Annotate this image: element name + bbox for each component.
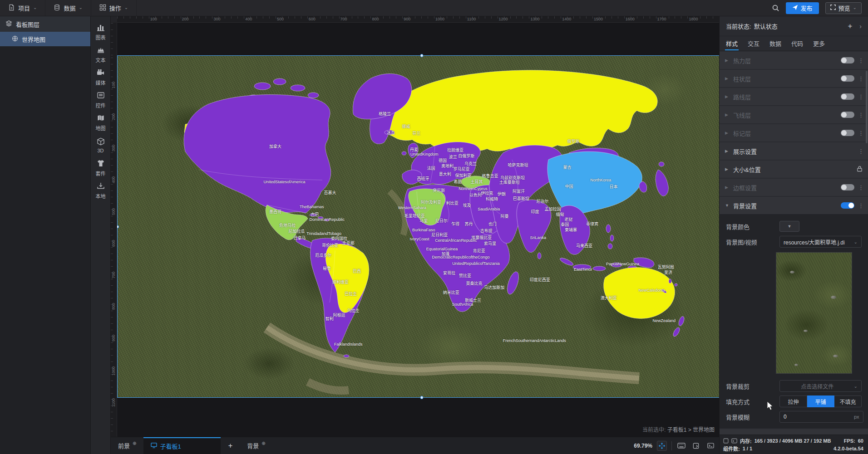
more-options-icon[interactable]: ⋮ bbox=[858, 75, 863, 82]
section-label: 展示设置 bbox=[733, 147, 854, 156]
more-options-icon[interactable]: ⋮ bbox=[858, 184, 863, 191]
more-options-icon[interactable]: ⋮ bbox=[858, 112, 863, 118]
canvas-area[interactable]: 1002003004005006007008009001000110012001… bbox=[111, 16, 719, 437]
toggle-switch[interactable] bbox=[841, 112, 854, 118]
collapse-arrow-icon[interactable]: ▶ bbox=[725, 185, 730, 190]
fill-mode-option-2[interactable]: 平铺 bbox=[807, 395, 834, 407]
collapse-arrow-icon[interactable]: ▶ bbox=[725, 76, 730, 81]
component-tab-label: 媒体 bbox=[96, 79, 106, 86]
subdashboard-tab[interactable]: 子看板1 bbox=[143, 437, 221, 454]
more-options-icon[interactable]: ⋮ bbox=[858, 130, 863, 137]
collapse-arrow-icon[interactable]: ▶ bbox=[725, 112, 730, 117]
background-tab[interactable]: 背景 ⊕ bbox=[240, 437, 272, 454]
background-crop-select[interactable]: 点击选择文件⌄ bbox=[779, 380, 862, 392]
more-options-icon[interactable]: ⋮ bbox=[858, 57, 863, 64]
section-6[interactable]: ▶ 展示设置 ⋮ bbox=[720, 142, 868, 160]
section-component-cover[interactable]: ▶ 组件封面 ⋮ bbox=[720, 429, 868, 434]
component-tab-7[interactable]: 套件 bbox=[91, 157, 111, 179]
toggle-switch[interactable] bbox=[841, 184, 854, 190]
more-options-icon[interactable]: ⋮ bbox=[858, 202, 863, 209]
section-label: 大小&位置 bbox=[733, 165, 853, 174]
section-7[interactable]: ▶ 大小&位置 bbox=[720, 161, 868, 178]
component-tab-2[interactable]: 文本 bbox=[91, 44, 111, 65]
fit-to-screen-icon[interactable] bbox=[657, 441, 667, 451]
monitor-icon bbox=[151, 443, 157, 449]
add-dashboard-button[interactable]: + bbox=[221, 437, 240, 454]
menu-3[interactable]: 操作 ⌄ bbox=[91, 0, 137, 16]
fill-mode-option-3[interactable]: 不填充 bbox=[834, 395, 862, 407]
world-map-component[interactable]: 加拿大格陵兰冰岛UnitedStatesofAmerica百慕大墨西哥TheBa… bbox=[117, 55, 719, 398]
add-state-button[interactable]: + bbox=[848, 22, 852, 31]
add-foreground-icon[interactable]: ⊕ bbox=[133, 441, 136, 446]
section-3[interactable]: ▶ 路线层 ⋮ bbox=[720, 88, 868, 105]
canvas-bottom-right: 69.79% bbox=[634, 437, 719, 454]
publish-button[interactable]: 发布 bbox=[786, 2, 819, 14]
engine-status-bar: 内存: 165 / 3923 / 4096 MB 27 / 192 MB FPS… bbox=[720, 434, 868, 454]
collapse-arrow-icon[interactable]: ▶ bbox=[725, 58, 730, 63]
section-4[interactable]: ▶ 飞线层 ⋮ bbox=[720, 106, 868, 123]
component-tab-6[interactable]: 3D bbox=[91, 134, 111, 156]
preview-button[interactable]: 预览 ⌄ bbox=[825, 2, 862, 14]
lock-icon[interactable] bbox=[857, 166, 863, 173]
toggle-switch[interactable] bbox=[841, 202, 854, 209]
properties-tab-1[interactable]: 样式 bbox=[726, 36, 738, 50]
collapse-arrow-icon[interactable]: ▶ bbox=[725, 131, 730, 135]
background-label: 背景 bbox=[247, 441, 259, 450]
current-state-label: 当前状态: bbox=[726, 22, 751, 30]
window-icon[interactable] bbox=[691, 441, 701, 451]
more-options-icon[interactable]: ⋮ bbox=[858, 93, 863, 100]
layer-item-1[interactable]: 世界地图 bbox=[0, 32, 90, 46]
toggle-switch[interactable] bbox=[841, 75, 854, 82]
terminal-mini-icon[interactable] bbox=[731, 438, 737, 444]
expand-states-icon[interactable]: › bbox=[855, 23, 862, 30]
panel-scrollbar[interactable] bbox=[866, 71, 868, 143]
background-color-select[interactable]: ▼ bbox=[779, 221, 799, 232]
ruler-mark-h: 1700 bbox=[657, 17, 666, 21]
collapse-arrow-icon[interactable]: ▼ bbox=[725, 203, 730, 208]
component-tab-3[interactable]: 媒体 bbox=[91, 66, 111, 88]
component-tab-8[interactable]: 本地 bbox=[91, 180, 111, 201]
properties-tab-4[interactable]: 代码 bbox=[791, 36, 803, 50]
chevron-down-icon: ⌄ bbox=[854, 239, 858, 244]
toggle-switch[interactable] bbox=[841, 57, 854, 63]
component-tab-label: 套件 bbox=[96, 170, 106, 177]
component-tab-1[interactable]: 图表 bbox=[91, 21, 111, 43]
search-icon[interactable] bbox=[772, 4, 779, 12]
background-image-select[interactable]: resources/大面积草地.j.di⌄ bbox=[779, 236, 862, 248]
toggle-switch[interactable] bbox=[841, 93, 854, 100]
fill-mode-option-1[interactable]: 拉伸 bbox=[779, 395, 807, 407]
component-tab-4[interactable]: 控件 bbox=[91, 89, 111, 111]
foreground-tab[interactable]: 前景 ⊕ bbox=[111, 437, 143, 454]
fill-mode-row: 填充方式拉伸平铺不填充 bbox=[726, 394, 862, 409]
section-9[interactable]: ▼ 背景设置 ⋮ bbox=[720, 197, 868, 214]
section-5[interactable]: ▶ 标记层 ⋮ bbox=[720, 124, 868, 142]
properties-tab-3[interactable]: 数据 bbox=[769, 36, 781, 50]
keyboard-shortcuts-icon[interactable] bbox=[676, 441, 686, 451]
properties-tab-2[interactable]: 交互 bbox=[748, 36, 760, 50]
menu-2[interactable]: 数据 ⌄ bbox=[45, 0, 91, 16]
grid-icon bbox=[99, 4, 106, 12]
blur-unit-label: px bbox=[854, 414, 859, 420]
section-label: 热力层 bbox=[733, 56, 837, 65]
add-background-icon[interactable]: ⊕ bbox=[261, 441, 265, 446]
component-tab-5[interactable]: 地图 bbox=[91, 112, 111, 133]
collapse-arrow-icon[interactable]: ▶ bbox=[725, 167, 730, 171]
section-1[interactable]: ▶ 热力层 ⋮ bbox=[720, 52, 868, 69]
background-blur-input[interactable] bbox=[784, 414, 854, 420]
component-tab-label: 图表 bbox=[96, 34, 106, 41]
window-mini-icon[interactable] bbox=[723, 438, 729, 444]
menu-1[interactable]: 项目 ⌄ bbox=[0, 0, 45, 16]
toggle-switch[interactable] bbox=[841, 130, 854, 136]
console-icon[interactable] bbox=[705, 441, 715, 451]
chevron-down-icon: ⌄ bbox=[853, 5, 857, 10]
collapse-arrow-icon[interactable]: ▶ bbox=[725, 94, 730, 99]
section-8[interactable]: ▶ 边框设置 ⋮ bbox=[720, 179, 868, 196]
background-blur-box: px bbox=[779, 411, 863, 423]
properties-tab-5[interactable]: 更多 bbox=[813, 36, 825, 50]
ruler-mark-h: 600 bbox=[309, 17, 316, 21]
more-options-icon[interactable]: ⋮ bbox=[858, 148, 863, 155]
section-2[interactable]: ▶ 柱状层 ⋮ bbox=[720, 70, 868, 87]
menu-label: 项目 bbox=[18, 4, 30, 12]
zoom-level[interactable]: 69.79% bbox=[634, 443, 652, 449]
collapse-arrow-icon[interactable]: ▶ bbox=[725, 149, 730, 153]
